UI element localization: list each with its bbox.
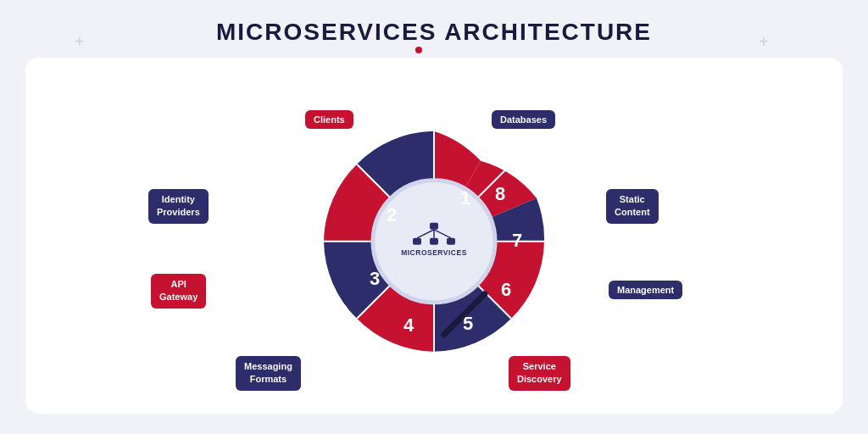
- page-title: MICROSERVICES ARCHITECTURE: [0, 19, 868, 46]
- seg-num-1: 1: [460, 187, 470, 209]
- wheel-container: 1 2 3 4 5 6 7 8 MICROSERVICES: [290, 97, 578, 386]
- center-label: MICROSERVICES: [401, 248, 467, 257]
- label-clients: Clients: [305, 110, 353, 129]
- label-static-content: StaticContent: [606, 189, 659, 224]
- label-management: Management: [609, 281, 682, 299]
- wheel-svg: 1 2 3 4 5 6 7 8 MICROSERVICES: [290, 97, 578, 386]
- svg-rect-11: [447, 238, 455, 245]
- seg-num-8: 8: [495, 183, 505, 204]
- seg-num-2: 2: [387, 204, 397, 225]
- seg-num-3: 3: [370, 268, 380, 289]
- seg-num-6: 6: [501, 279, 511, 300]
- svg-rect-8: [430, 223, 438, 230]
- label-api-gateway: APIGateway: [151, 274, 206, 309]
- label-identity-providers: IdentityProviders: [148, 189, 209, 224]
- seg-num-4: 4: [403, 314, 415, 336]
- seg-num-7: 7: [512, 230, 522, 251]
- diagram-card: 1 2 3 4 5 6 7 8 MICROSERVICES: [25, 58, 843, 414]
- svg-rect-10: [430, 238, 438, 245]
- label-databases: Databases: [492, 110, 555, 129]
- label-service-discovery: ServiceDiscovery: [509, 356, 570, 391]
- label-messaging-formats: MessagingFormats: [236, 356, 301, 391]
- svg-rect-9: [413, 238, 421, 245]
